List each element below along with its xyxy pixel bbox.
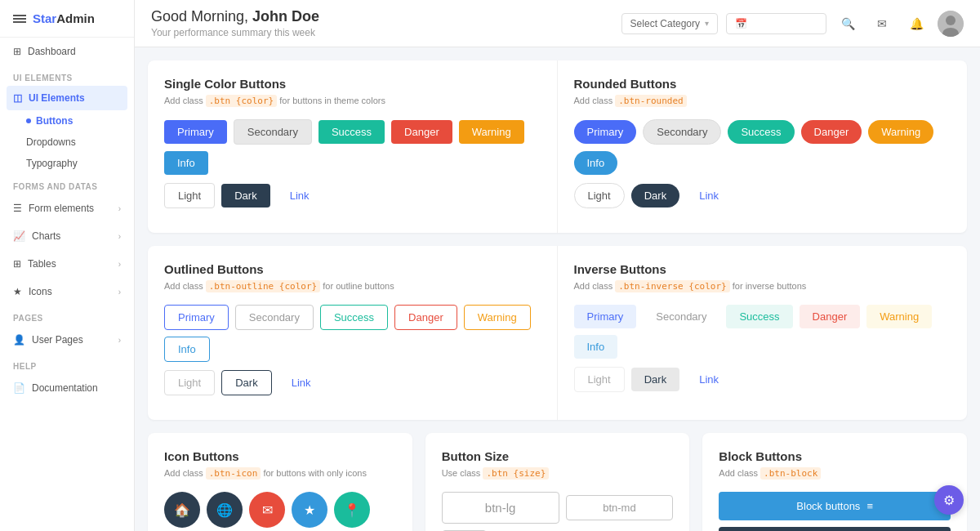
btn-rounded-danger[interactable]: Danger: [801, 120, 862, 144]
sidebar-item-label: Tables: [28, 258, 56, 270]
outlined-row1: Primary Secondary Success Danger Warning…: [164, 305, 541, 362]
sidebar-logo[interactable]: StarAdmin: [0, 0, 134, 38]
btn-outlined-danger[interactable]: Danger: [394, 305, 457, 330]
inverse-row1: Primary Secondary Success Danger Warning…: [574, 305, 951, 359]
btn-lg-outlined[interactable]: btn-lg: [442, 492, 559, 524]
buttons-row3: Icon Buttons Add class .btn-icon for but…: [148, 433, 967, 531]
sidebar-item-charts[interactable]: 📈 Charts ›: [0, 222, 134, 250]
search-button[interactable]: 🔍: [835, 11, 861, 37]
btn-success[interactable]: Success: [318, 120, 385, 144]
page-content: Single Color Buttons Add class .btn {col…: [135, 47, 980, 531]
btn-inverse-light[interactable]: Light: [574, 367, 625, 392]
btn-danger[interactable]: Danger: [391, 120, 452, 144]
btn-light[interactable]: Light: [164, 183, 215, 208]
btn-inverse-secondary[interactable]: Secondary: [643, 305, 719, 328]
btn-inverse-info[interactable]: Info: [574, 335, 618, 359]
btn-primary[interactable]: Primary: [164, 120, 227, 144]
header: Good Morning, John Doe Your performance …: [135, 0, 980, 47]
sidebar-sub-dropdowns[interactable]: Dropdowns: [0, 132, 134, 153]
btn-rounded-primary[interactable]: Primary: [574, 120, 637, 144]
inverse-code: .btn-inverse {color}: [615, 280, 729, 292]
sidebar-sub-typography[interactable]: Typography: [0, 153, 134, 174]
chevron-right-icon: ›: [118, 204, 121, 213]
bell-button[interactable]: 🔔: [903, 11, 929, 37]
rounded-code: .btn-rounded: [615, 95, 686, 107]
btn-outlined-dark[interactable]: Dark: [221, 370, 271, 395]
btn-link[interactable]: Link: [277, 184, 323, 207]
single-color-section: Single Color Buttons Add class .btn {col…: [148, 60, 558, 233]
buttons-row1-grid: Single Color Buttons Add class .btn {col…: [148, 60, 967, 233]
icon-btn-pin-success[interactable]: 📍: [334, 492, 370, 528]
btn-inverse-link[interactable]: Link: [686, 368, 732, 391]
btn-inverse-primary[interactable]: Primary: [574, 305, 637, 328]
date-picker[interactable]: 📅: [726, 13, 826, 34]
main-content: Good Morning, John Doe Your performance …: [135, 0, 980, 531]
doc-icon: 📄: [13, 382, 25, 394]
sidebar-section-help: HELP: [0, 354, 134, 374]
category-select[interactable]: Select Category ▾: [621, 13, 718, 34]
user-avatar[interactable]: [938, 11, 964, 37]
icon-btn-star-info[interactable]: ★: [292, 492, 327, 528]
chevron-right-icon: ›: [118, 260, 121, 269]
user-icon: 👤: [13, 334, 25, 346]
rounded-desc: Add class .btn-rounded: [574, 96, 951, 106]
sidebar-item-ui-elements[interactable]: ◫ UI Elements: [7, 86, 127, 110]
icon-btn-globe-dark[interactable]: 🌐: [207, 492, 243, 528]
block-btn-dark[interactable]: Block buttons: [719, 527, 951, 531]
btn-rounded-success[interactable]: Success: [728, 120, 794, 144]
btn-outlined-link[interactable]: Link: [278, 371, 324, 395]
btn-rounded-light[interactable]: Light: [574, 183, 625, 208]
rounded-section: Rounded Buttons Add class .btn-rounded P…: [558, 60, 968, 233]
inverse-row2: Light Dark Link: [574, 367, 951, 392]
btn-inverse-success[interactable]: Success: [726, 305, 792, 328]
btn-rounded-warning[interactable]: Warning: [868, 120, 933, 144]
btn-outlined-info[interactable]: Info: [164, 337, 210, 362]
inverse-title: Inverse Buttons: [574, 262, 951, 276]
btn-inverse-dark[interactable]: Dark: [631, 368, 679, 391]
settings-fab-button[interactable]: ⚙: [934, 485, 964, 515]
button-size-desc: Use class .btn {size}: [442, 468, 674, 479]
btn-rounded-dark[interactable]: Dark: [631, 184, 679, 207]
btn-inverse-warning[interactable]: Warning: [866, 305, 932, 328]
btn-warning[interactable]: Warning: [459, 120, 524, 144]
chevron-right-icon: ›: [118, 288, 121, 297]
sidebar-item-documentation[interactable]: 📄 Documentation: [0, 374, 134, 402]
table-icon: ⊞: [13, 258, 21, 270]
svg-point-1: [946, 16, 956, 25]
outlined-row2: Light Dark Link: [164, 370, 541, 395]
icon-btn-home-dark[interactable]: 🏠: [164, 492, 200, 528]
btn-inverse-danger[interactable]: Danger: [800, 305, 861, 328]
hamburger-icon[interactable]: [13, 15, 26, 23]
btn-rounded-link[interactable]: Link: [686, 184, 732, 207]
sidebar-item-form-elements[interactable]: ☰ Form elements ›: [0, 194, 134, 222]
sidebar-item-icons[interactable]: ★ Icons ›: [0, 278, 134, 306]
btn-outlined-success[interactable]: Success: [320, 305, 388, 330]
sidebar-sub-buttons[interactable]: Buttons: [0, 110, 134, 132]
btn-md-outlined[interactable]: btn-md: [566, 495, 674, 520]
sidebar-item-label: UI Elements: [29, 92, 85, 104]
btn-outlined-secondary[interactable]: Secondary: [235, 305, 314, 330]
block-btn-info[interactable]: Block buttons ≡: [719, 492, 951, 520]
btn-rounded-info[interactable]: Info: [574, 151, 618, 175]
mail-button[interactable]: ✉: [869, 11, 895, 37]
block-btn-code: .btn-block: [760, 467, 821, 480]
rounded-row1: Primary Secondary Success Danger Warning…: [574, 119, 951, 175]
btn-dark[interactable]: Dark: [221, 184, 270, 207]
btn-info[interactable]: Info: [164, 151, 208, 175]
dropdown-arrow-icon: ▾: [705, 19, 709, 28]
sidebar-item-user-pages[interactable]: 👤 User Pages ›: [0, 326, 134, 354]
btn-outlined-warning[interactable]: Warning: [464, 305, 531, 330]
sidebar-section-ui: UI ELEMENTS: [0, 65, 134, 86]
inverse-desc: Add class .btn-inverse {color} for inver…: [574, 281, 951, 292]
sidebar-section-pages: PAGES: [0, 306, 134, 326]
btn-rounded-secondary[interactable]: Secondary: [643, 119, 721, 145]
icon-btn-mail-danger[interactable]: ✉: [249, 492, 285, 528]
sidebar-item-label: User Pages: [32, 334, 83, 346]
btn-outlined-light[interactable]: Light: [164, 370, 215, 395]
rounded-row2: Light Dark Link: [574, 183, 951, 208]
btn-outlined-primary[interactable]: Primary: [164, 305, 229, 330]
sub-label: Typography: [26, 158, 78, 169]
btn-secondary[interactable]: Secondary: [234, 119, 312, 145]
sidebar-item-dashboard[interactable]: ⊞ Dashboard: [0, 38, 134, 65]
sidebar-item-tables[interactable]: ⊞ Tables ›: [0, 250, 134, 278]
